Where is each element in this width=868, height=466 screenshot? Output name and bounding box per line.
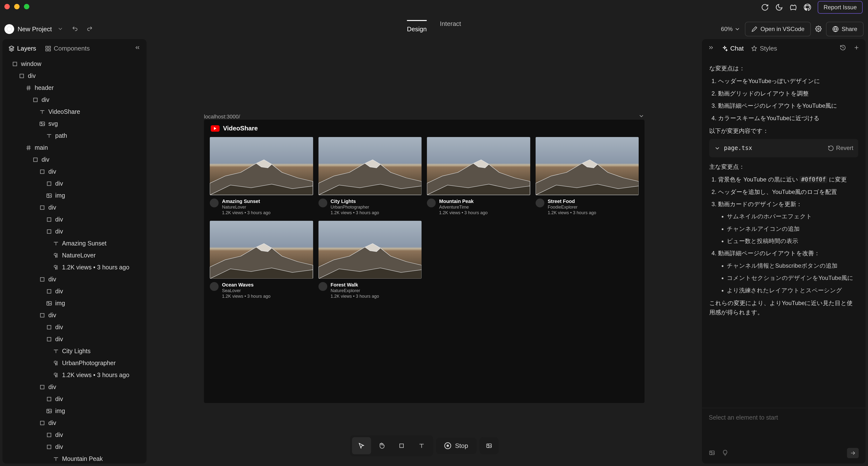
layer-row[interactable]: div (5, 393, 144, 405)
layer-row[interactable]: div (5, 214, 144, 225)
layer-row[interactable]: VideoShare (5, 106, 144, 118)
redo-button[interactable] (87, 26, 93, 33)
layer-row[interactable]: img (5, 405, 144, 417)
hand-tool[interactable] (372, 437, 391, 454)
expand-panel-button[interactable] (708, 44, 714, 53)
layer-row[interactable]: header (5, 82, 144, 94)
zoom-control[interactable]: 60% (721, 26, 741, 32)
video-card[interactable]: Mountain PeakAdventureTime1.2K views • 3… (427, 137, 530, 215)
tab-chat[interactable]: Chat (721, 45, 744, 52)
video-card[interactable]: City LightsUrbanPhotographer1.2K views •… (318, 137, 422, 215)
layer-type-icon (46, 228, 52, 235)
layer-row[interactable]: 1.2K views • 3 hours ago (5, 369, 144, 381)
svg-rect-26 (47, 337, 51, 341)
text-tool[interactable] (412, 437, 431, 454)
layer-row[interactable]: svg (5, 118, 144, 130)
layer-row[interactable]: div (5, 178, 144, 189)
video-thumbnail (210, 221, 313, 279)
svg-rect-20 (40, 277, 44, 281)
tab-components[interactable]: Components (45, 45, 90, 52)
layer-label: div (49, 420, 56, 427)
svg-rect-33 (47, 445, 51, 449)
layer-row[interactable]: City Lights (5, 345, 144, 357)
layer-row[interactable]: UrbanPhotographer (5, 357, 144, 369)
video-card[interactable]: Forest WalkNatureExplorer1.2K views • 3 … (318, 221, 422, 299)
layer-row[interactable]: main (5, 142, 144, 154)
video-card[interactable]: Amazing SunsetNatureLover1.2K views • 3 … (210, 137, 313, 215)
chat-input-area[interactable]: Select an element to start (702, 408, 866, 464)
layer-row[interactable]: div (5, 273, 144, 285)
select-tool[interactable] (352, 437, 371, 454)
layer-row[interactable]: div (5, 154, 144, 165)
tab-design[interactable]: Design (407, 20, 427, 38)
layer-row[interactable]: div (5, 429, 144, 441)
send-button[interactable] (847, 448, 859, 458)
tab-styles[interactable]: Styles (751, 45, 777, 52)
layer-row[interactable]: div (5, 285, 144, 297)
image-tool[interactable] (479, 437, 498, 454)
layer-label: 1.2K views • 3 hours ago (62, 371, 129, 379)
canvas-area[interactable]: localhost:3000/ VideoShare Amazing Sunse… (149, 39, 700, 464)
layer-row[interactable]: img (5, 297, 144, 309)
history-button[interactable] (840, 44, 846, 53)
layer-row[interactable]: div (5, 201, 144, 214)
layer-type-icon (39, 121, 45, 127)
layer-label: City Lights (62, 347, 91, 354)
fullscreen-window-button[interactable] (24, 4, 29, 9)
tab-layers[interactable]: Layers (8, 45, 36, 52)
github-icon[interactable] (804, 3, 811, 11)
layer-row[interactable]: Amazing Sunset (5, 238, 144, 249)
window-traffic-lights (4, 4, 29, 9)
layer-row[interactable]: div (5, 309, 144, 321)
undo-button[interactable] (72, 26, 78, 33)
chat-sub-item: チャンネルアイコンの追加 (727, 224, 858, 234)
layer-row[interactable]: div (5, 94, 144, 106)
reload-icon[interactable] (761, 3, 769, 11)
layer-row[interactable]: div (5, 165, 144, 178)
layer-row[interactable]: 1.2K views • 3 hours ago (5, 261, 144, 273)
tab-interact[interactable]: Interact (440, 20, 461, 38)
layer-row[interactable]: div (5, 70, 144, 82)
video-card[interactable]: Ocean WavesSeaLover1.2K views • 3 hours … (210, 221, 313, 299)
share-button[interactable]: Share (826, 22, 864, 36)
layer-row[interactable]: div (5, 321, 144, 333)
layer-label: div (49, 276, 56, 283)
layer-row[interactable]: window (5, 58, 144, 70)
layer-row[interactable]: path (5, 130, 144, 142)
layer-row[interactable]: NatureLover (5, 249, 144, 261)
discord-icon[interactable] (789, 3, 797, 11)
layer-row[interactable]: Mountain Peak (5, 453, 144, 464)
preview-frame[interactable]: VideoShare Amazing SunsetNatureLover1.2K… (204, 120, 645, 403)
layer-row[interactable]: div (5, 441, 144, 453)
chevron-down-icon (57, 26, 63, 33)
video-card[interactable]: Street FoodFoodieExplorer1.2K views • 3 … (536, 137, 639, 215)
layer-row[interactable]: div (5, 381, 144, 393)
layer-type-icon (53, 252, 59, 259)
layer-row[interactable]: div (5, 333, 144, 345)
minimize-window-button[interactable] (14, 4, 20, 9)
layer-row[interactable]: div (5, 417, 144, 429)
open-in-vscode-button[interactable]: Open in VSCode (745, 22, 811, 36)
collapse-panel-button[interactable] (134, 44, 141, 53)
project-selector[interactable]: New Project (4, 24, 63, 34)
new-chat-button[interactable] (854, 44, 860, 53)
file-change-pill[interactable]: page.tsx Revert (709, 139, 858, 157)
layer-row[interactable]: img (5, 189, 144, 201)
close-window-button[interactable] (4, 4, 10, 9)
theme-toggle-icon[interactable] (775, 3, 783, 11)
lightbulb-icon[interactable] (722, 449, 728, 457)
layer-type-icon (39, 276, 45, 283)
layer-row[interactable]: div (5, 225, 144, 238)
frame-tool[interactable] (392, 437, 411, 454)
attach-image-icon[interactable] (709, 449, 715, 457)
video-channel: AdventureTime (439, 205, 488, 210)
layer-label: div (55, 323, 63, 331)
report-issue-button[interactable]: Report Issue (818, 1, 863, 14)
stop-button[interactable]: Stop (436, 438, 476, 454)
chat-list-item: ヘッダーを追加し、YouTube風のロゴを配置 (718, 187, 858, 196)
chat-list-item: 動画詳細ページのレイアウトをYouTube風に (718, 101, 858, 111)
layer-label: div (55, 288, 63, 295)
revert-button[interactable]: Revert (828, 143, 854, 153)
settings-button[interactable] (815, 26, 822, 33)
layer-label: Mountain Peak (62, 455, 103, 462)
